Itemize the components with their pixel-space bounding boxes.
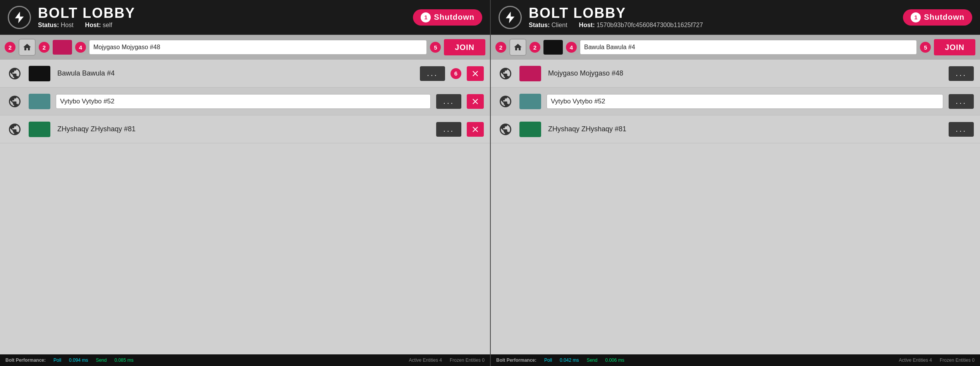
shutdown-label: Shutdown xyxy=(924,13,965,22)
player-options-button[interactable]: ... xyxy=(436,94,461,109)
player-row: ZHyshaqy ZHyshaqy #81 ... xyxy=(0,115,490,143)
player-color-swatch xyxy=(29,122,50,137)
send-value: 0.085 ms xyxy=(114,357,133,363)
shutdown-button[interactable]: 1 Shutdown xyxy=(903,9,972,26)
player-options-button[interactable]: ... xyxy=(949,122,974,137)
header-meta: Status: Client Host: 1570b93b70fc4560847… xyxy=(529,22,896,29)
toolbar: 2 2 4 5 JOIN xyxy=(0,35,490,60)
globe-icon xyxy=(497,93,514,110)
color-swatch[interactable] xyxy=(543,40,563,55)
header: BOLT LOBBY Status: Host Host: self 1 Shu… xyxy=(0,0,490,35)
remove-player-button[interactable] xyxy=(467,122,484,137)
player-color-swatch xyxy=(29,94,50,109)
globe-icon xyxy=(6,121,23,138)
join-button[interactable]: JOIN xyxy=(934,39,975,55)
player-name-text: Mojygaso Mojygaso #48 xyxy=(547,69,943,77)
status-label: Status: xyxy=(529,22,550,28)
statusbar: Bolt Performance: Poll 0.042 ms Send 0.0… xyxy=(491,354,980,366)
send-label: Send xyxy=(96,357,107,363)
host-label: Host: xyxy=(85,22,101,28)
remove-player-button[interactable] xyxy=(467,94,484,109)
status-meta: Status: Host xyxy=(38,22,74,29)
toolbar-badge-color: 2 xyxy=(39,42,50,53)
remove-player-button[interactable] xyxy=(467,66,484,81)
logo-icon xyxy=(499,6,522,29)
player-color-swatch xyxy=(29,66,50,81)
name-input[interactable] xyxy=(89,40,427,55)
poll-label: Poll xyxy=(53,357,61,363)
home-button[interactable] xyxy=(19,39,36,56)
join-button[interactable]: JOIN xyxy=(444,39,485,55)
close-badge-num: 6 xyxy=(450,68,461,79)
player-color-swatch xyxy=(519,122,541,137)
app-title: BOLT LOBBY xyxy=(529,6,896,20)
bolt-perf-label: Bolt Performance: xyxy=(496,357,536,363)
active-entities-label: Active Entities 4 xyxy=(899,357,932,363)
toolbar-badge-join: 5 xyxy=(430,42,441,53)
player-name-input[interactable] xyxy=(547,94,943,109)
send-value: 0.006 ms xyxy=(605,357,624,363)
color-swatch[interactable] xyxy=(53,40,72,55)
player-name-text: ZHyshaqy ZHyshaqy #81 xyxy=(547,125,943,133)
toolbar-badge-home: 2 xyxy=(495,42,506,53)
player-row: Bawula Bawula #4 ... 6 xyxy=(0,60,490,88)
poll-value: 0.042 ms xyxy=(560,357,579,363)
header: BOLT LOBBY Status: Client Host: 1570b93b… xyxy=(491,0,980,35)
player-name-text: Bawula Bawula #4 xyxy=(56,69,414,77)
player-options-button[interactable]: ... xyxy=(420,66,445,81)
player-color-swatch xyxy=(519,66,541,81)
header-title-block: BOLT LOBBY Status: Client Host: 1570b93b… xyxy=(529,6,896,29)
active-entities-label: Active Entities 4 xyxy=(409,357,442,363)
home-button[interactable] xyxy=(509,39,526,56)
player-list: Bawula Bawula #4 ... 6 ... ZHyshaqy ZHys… xyxy=(0,60,490,354)
toolbar-badge-color: 2 xyxy=(530,42,540,53)
status-label: Status: xyxy=(38,22,59,28)
toolbar-badge-join: 5 xyxy=(920,42,931,53)
logo-icon xyxy=(8,6,31,29)
player-row: Mojygaso Mojygaso #48 ... xyxy=(491,60,980,88)
shutdown-badge-num: 1 xyxy=(911,12,921,22)
header-meta: Status: Host Host: self xyxy=(38,22,406,29)
player-row: ... xyxy=(0,88,490,115)
shutdown-label: Shutdown xyxy=(434,13,475,22)
shutdown-button[interactable]: 1 Shutdown xyxy=(413,9,482,26)
player-color-swatch xyxy=(519,94,541,109)
name-input[interactable] xyxy=(580,40,917,55)
player-options-button[interactable]: ... xyxy=(949,94,974,109)
toolbar-badge-name: 4 xyxy=(566,42,577,53)
player-options-button[interactable]: ... xyxy=(949,66,974,81)
player-name-input[interactable] xyxy=(56,94,431,109)
send-label: Send xyxy=(586,357,597,363)
panel-client-panel: BOLT LOBBY Status: Client Host: 1570b93b… xyxy=(490,0,980,366)
player-options-button[interactable]: ... xyxy=(436,122,461,137)
shutdown-badge-num: 1 xyxy=(421,12,431,22)
host-label: Host: xyxy=(579,22,595,28)
bolt-perf-label: Bolt Performance: xyxy=(5,357,46,363)
player-list: Mojygaso Mojygaso #48 ... ... ZHyshaqy Z… xyxy=(491,60,980,354)
player-name-text: ZHyshaqy ZHyshaqy #81 xyxy=(56,125,431,133)
toolbar-badge-name: 4 xyxy=(75,42,86,53)
globe-icon xyxy=(497,121,514,138)
globe-icon xyxy=(497,65,514,82)
globe-icon xyxy=(6,93,23,110)
app-title: BOLT LOBBY xyxy=(38,6,406,20)
host-meta: Host: 1570b93b70fc4560847300b11625f727 xyxy=(579,22,703,29)
toolbar-badge-home: 2 xyxy=(5,42,15,53)
player-row: ZHyshaqy ZHyshaqy #81 ... xyxy=(491,115,980,143)
host-meta: Host: self xyxy=(85,22,112,29)
header-title-block: BOLT LOBBY Status: Host Host: self xyxy=(38,6,406,29)
player-row: ... xyxy=(491,88,980,115)
globe-icon xyxy=(6,65,23,82)
status-meta: Status: Client xyxy=(529,22,567,29)
poll-value: 0.094 ms xyxy=(69,357,88,363)
poll-label: Poll xyxy=(544,357,552,363)
frozen-entities-label: Frozen Entities 0 xyxy=(450,357,485,363)
toolbar: 2 2 4 5 JOIN xyxy=(491,35,980,60)
statusbar: Bolt Performance: Poll 0.094 ms Send 0.0… xyxy=(0,354,490,366)
frozen-entities-label: Frozen Entities 0 xyxy=(940,357,975,363)
panel-host-panel: BOLT LOBBY Status: Host Host: self 1 Shu… xyxy=(0,0,490,366)
